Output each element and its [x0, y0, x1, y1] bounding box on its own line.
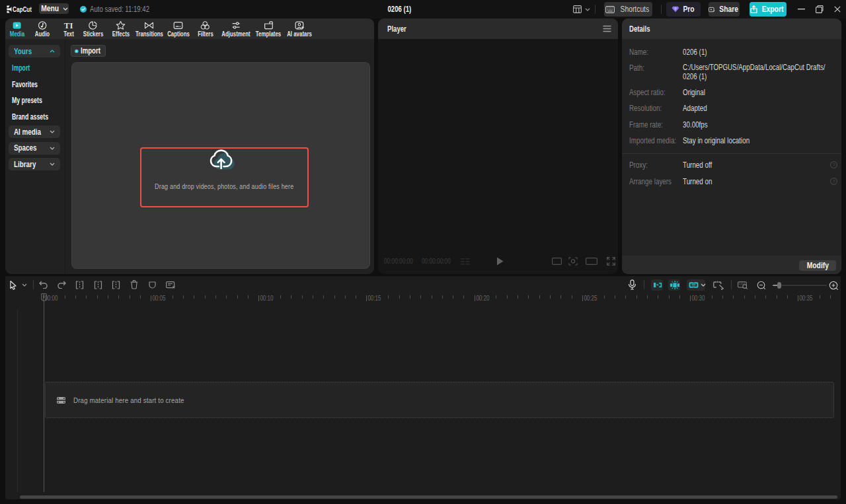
svg-text:?: ? — [832, 178, 835, 184]
svg-text:TI: TI — [64, 20, 73, 30]
svg-text:?: ? — [832, 162, 835, 168]
